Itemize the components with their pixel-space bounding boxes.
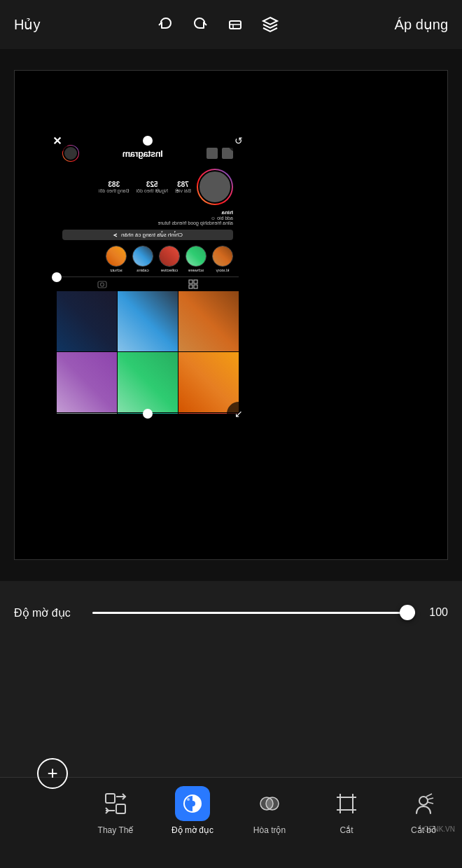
ig-grid-item-9 [57, 413, 117, 414]
watermark: GENK.VN [424, 825, 455, 833]
svg-point-16 [187, 798, 190, 801]
ig-tab-camera [57, 277, 148, 291]
apply-button[interactable]: Áp dụng [395, 16, 448, 33]
blend-item[interactable]: Hòa trộn [241, 786, 298, 835]
replace-label: Thay Thế [98, 825, 134, 835]
svg-rect-8 [98, 281, 106, 288]
svg-point-15 [190, 801, 195, 806]
ig-grid-item-5 [118, 352, 178, 412]
opacity-slider-track[interactable] [92, 612, 415, 614]
svg-rect-6 [194, 285, 197, 288]
svg-rect-19 [340, 797, 353, 810]
ig-stat-followers: 523 Người theo dõi [136, 181, 168, 194]
opacity-icon [181, 792, 204, 815]
handle-left[interactable] [52, 272, 62, 282]
bottom-panel: Độ mờ đục 100 + [0, 581, 462, 868]
ig-name-section: hina add bio ☺ alina friendship good fri… [57, 208, 239, 227]
top-toolbar: Hủy [0, 0, 462, 49]
blend-icon-container [252, 786, 287, 821]
ig-stat-posts: 783 Bài viết [175, 181, 191, 194]
scale-icon: ↙ [234, 408, 243, 419]
svg-line-30 [428, 798, 433, 799]
instagram-mockup: Instagram 783 Bài viết [57, 141, 239, 414]
svg-point-28 [419, 797, 428, 805]
ig-profile-section: 783 Bài viết 523 Người theo dõi 383 Đang… [57, 166, 239, 208]
svg-line-31 [428, 802, 433, 804]
ig-highlight-1: kl.story [212, 246, 233, 272]
blend-label: Hòa trộn [253, 825, 286, 835]
eraser-button[interactable] [225, 15, 245, 34]
replace-icon [103, 791, 128, 816]
opacity-value: 100 [424, 606, 448, 619]
replace-item[interactable]: Thay Thế [88, 786, 144, 835]
ig-highlights: kl.story schwere collective cabins [57, 243, 239, 275]
undo-button[interactable] [155, 15, 175, 34]
ig-grid-item-1 [178, 291, 239, 351]
close-icon: ✕ [52, 134, 62, 148]
ig-grid-item-4 [178, 352, 239, 412]
ig-grid-item-6 [57, 352, 117, 412]
svg-rect-10 [106, 794, 115, 803]
ig-edit-button: Chỉnh sửa trang cá nhân [62, 230, 233, 240]
scale-handle[interactable]: ↙ [227, 402, 251, 426]
ig-stats: 783 Bài viết 523 Người theo dõi 383 Đang… [62, 181, 191, 194]
crop-icon [334, 791, 359, 816]
opacity-item[interactable]: Độ mờ đục [164, 786, 220, 835]
ig-highlight-3: collective [159, 246, 180, 272]
svg-rect-4 [194, 280, 197, 284]
opacity-item-label: Độ mờ đục [172, 825, 214, 835]
ig-plus-icon [206, 148, 218, 159]
cutout-icon-container [406, 786, 441, 821]
delete-handle[interactable]: ✕ [45, 129, 69, 153]
ig-grid-item-2 [118, 291, 178, 351]
ig-highlight-2: schwere [186, 246, 206, 272]
handle-top[interactable] [143, 136, 153, 146]
rotate-icon: ↺ [234, 135, 243, 146]
rotate-handle[interactable]: ↺ [227, 129, 251, 153]
svg-rect-5 [189, 280, 192, 284]
canvas-area: ✕ ↺ ↙ Instagram [0, 49, 462, 581]
redo-button[interactable] [190, 15, 210, 34]
plus-button[interactable]: + [37, 758, 68, 789]
ig-highlight-4: cabins [132, 246, 153, 272]
svg-line-29 [426, 794, 432, 797]
slider-fill [92, 612, 415, 614]
crop-label: Cắt [340, 825, 354, 835]
replace-icon-container [98, 786, 133, 821]
toolbar-icons [155, 15, 280, 34]
sticker-container[interactable]: ✕ ↺ ↙ Instagram [57, 141, 239, 414]
svg-point-9 [101, 283, 104, 286]
opacity-label: Độ mờ đục [14, 606, 84, 620]
crop-icon-container [329, 786, 364, 821]
slider-thumb[interactable] [400, 605, 415, 620]
cancel-button[interactable]: Hủy [14, 16, 40, 33]
ig-highlight-5: schutz [106, 246, 127, 272]
crop-item[interactable]: Cắt [318, 786, 374, 835]
canvas-inner: ✕ ↺ ↙ Instagram [14, 70, 448, 560]
ig-photo-grid [57, 291, 239, 414]
ig-big-avatar [197, 169, 233, 205]
cutout-icon [411, 791, 436, 816]
svg-point-18 [266, 797, 279, 810]
opacity-icon-container [175, 786, 210, 821]
plus-icon: + [47, 764, 57, 782]
handle-bottom[interactable] [143, 409, 153, 419]
opacity-row: Độ mờ đục 100 [0, 581, 462, 630]
layers-button[interactable] [260, 15, 280, 34]
blend-icon [257, 791, 282, 816]
add-item[interactable]: + [10, 786, 66, 817]
ig-tabs [57, 276, 239, 291]
svg-marker-3 [263, 18, 277, 24]
svg-rect-11 [116, 804, 125, 813]
ig-logo: Instagram [122, 148, 163, 159]
ig-grid-item-3 [57, 291, 117, 351]
ig-stat-following: 383 Đang theo dõi [99, 181, 130, 194]
bottom-toolbar: + Thay Thế [0, 777, 462, 868]
ig-tab-grid [148, 277, 239, 291]
svg-rect-7 [189, 285, 192, 288]
